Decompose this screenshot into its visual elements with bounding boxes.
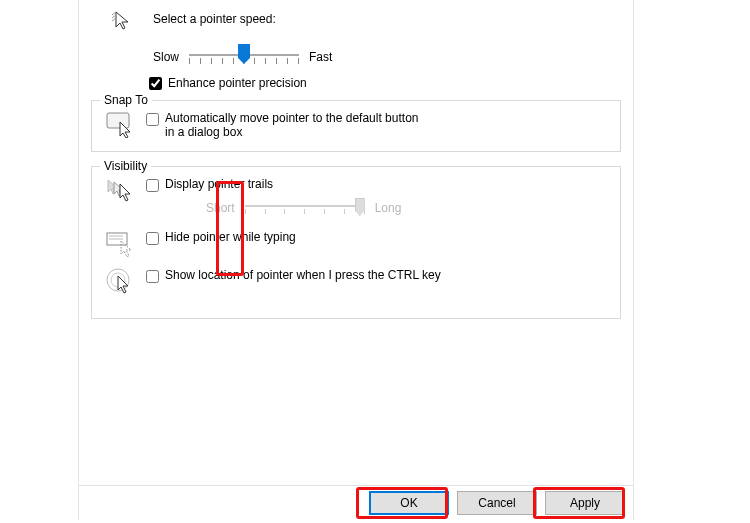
hide-pointer-typing-checkbox[interactable] <box>146 232 159 245</box>
svg-line-0 <box>112 12 116 15</box>
annotation-highlight-checkboxes <box>216 181 244 276</box>
pointer-speed-label: Select a pointer speed: <box>153 12 276 26</box>
slow-label: Slow <box>153 50 179 64</box>
pointer-trails-icon <box>106 177 136 205</box>
snap-to-label: Automatically move pointer to the defaul… <box>165 111 425 139</box>
hide-pointer-icon <box>106 230 136 258</box>
pointer-trails-slider <box>245 196 365 220</box>
snap-to-legend: Snap To <box>100 93 152 107</box>
trails-long-label: Long <box>375 201 402 215</box>
pointer-speed-slider-row: Slow Fast <box>153 44 621 70</box>
annotation-highlight-apply <box>533 487 625 519</box>
show-location-label: Show location of pointer when I press th… <box>165 268 441 282</box>
fast-label: Fast <box>309 50 332 64</box>
snap-to-group: Snap To Automatically move pointer to th… <box>91 100 621 152</box>
svg-line-2 <box>112 18 116 21</box>
pointer-trails-checkbox[interactable] <box>146 179 159 192</box>
pointer-speed-icon <box>111 8 139 36</box>
visibility-group: Visibility Display pointer trails <box>91 166 621 319</box>
separator <box>79 485 633 486</box>
show-location-checkbox[interactable] <box>146 270 159 283</box>
motion-section: Select a pointer speed: Slow Fast Enhanc… <box>91 8 621 90</box>
pointer-speed-slider[interactable] <box>189 44 299 70</box>
snap-to-checkbox[interactable] <box>146 113 159 126</box>
enhance-precision-checkbox[interactable] <box>149 77 162 90</box>
show-location-icon <box>106 268 136 296</box>
cancel-button[interactable]: Cancel <box>457 491 537 515</box>
svg-line-1 <box>112 15 116 18</box>
svg-rect-3 <box>107 113 129 128</box>
enhance-precision-label: Enhance pointer precision <box>168 76 307 90</box>
annotation-highlight-ok <box>356 487 448 519</box>
visibility-legend: Visibility <box>100 159 151 173</box>
mouse-properties-dialog: Select a pointer speed: Slow Fast Enhanc… <box>78 0 634 520</box>
snap-to-icon <box>106 111 136 139</box>
